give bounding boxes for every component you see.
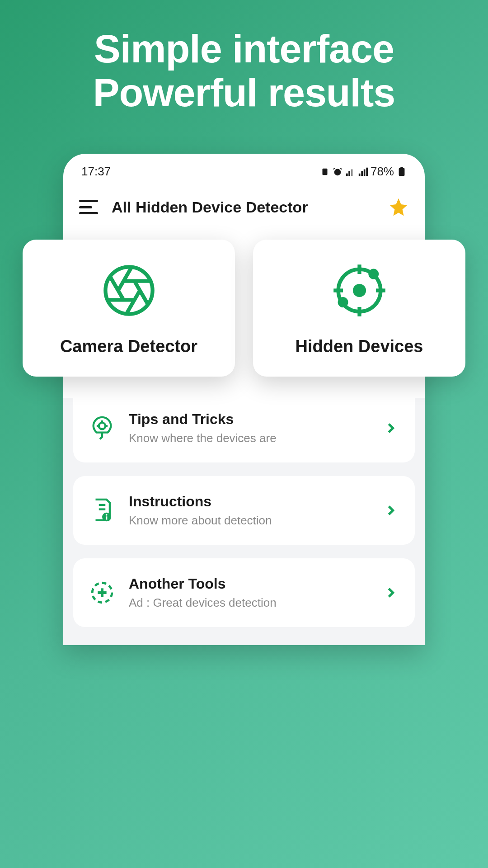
hidden-devices-card[interactable]: Hidden Devices: [253, 240, 465, 377]
app-header: All Hidden Device Detector: [63, 183, 425, 231]
list-text: Tips and Tricks Know where the devices a…: [129, 411, 369, 445]
svg-point-1: [334, 169, 341, 175]
hidden-devices-label: Hidden Devices: [296, 337, 423, 356]
status-bar: 17:37 78%: [63, 154, 425, 183]
plus-circle-icon: [89, 580, 115, 606]
svg-rect-3: [400, 167, 403, 168]
bulb-icon: [89, 415, 115, 441]
tools-title: Another Tools: [129, 576, 369, 592]
tips-title: Tips and Tricks: [129, 411, 369, 428]
svg-rect-21: [106, 516, 107, 519]
battery-percent: 78%: [371, 165, 394, 179]
instructions-title: Instructions: [129, 493, 369, 510]
signal-icon-1: [345, 167, 355, 177]
svg-rect-0: [322, 168, 327, 175]
hero-title: Simple interface Powerful results: [0, 27, 488, 115]
star-icon[interactable]: [388, 197, 409, 217]
status-time: 17:37: [81, 165, 111, 179]
svg-point-6: [355, 286, 364, 295]
phone-frame: 17:37 78% All Hidden Device Detector Cam…: [63, 154, 425, 645]
battery-icon: [397, 167, 407, 177]
list-text: Another Tools Ad : Great devices detecti…: [129, 576, 369, 610]
camera-detector-card[interactable]: Camera Detector: [23, 240, 235, 377]
radar-icon: [331, 262, 388, 319]
chevron-right-icon: [383, 502, 399, 519]
alarm-icon: [333, 167, 343, 177]
svg-point-12: [338, 297, 348, 307]
chevron-right-icon: [383, 585, 399, 601]
camera-detector-label: Camera Detector: [60, 337, 197, 356]
chevron-right-icon: [383, 420, 399, 436]
signal-icon-2: [358, 167, 368, 177]
svg-point-11: [368, 269, 379, 279]
instructions-subtitle: Know more about detection: [129, 514, 369, 528]
main-cards-row: Camera Detector Hidden Devices: [23, 240, 465, 377]
tools-subtitle: Ad : Great devices detection: [129, 596, 369, 610]
document-icon: [89, 497, 115, 524]
svg-point-20: [106, 514, 108, 516]
svg-rect-2: [399, 168, 405, 175]
list-text: Instructions Know more about detection: [129, 493, 369, 528]
content-list: Tips and Tricks Know where the devices a…: [63, 398, 425, 645]
another-tools-item[interactable]: Another Tools Ad : Great devices detecti…: [73, 558, 415, 627]
instructions-item[interactable]: Instructions Know more about detection: [73, 476, 415, 545]
menu-button[interactable]: [79, 200, 98, 214]
tips-tricks-item[interactable]: Tips and Tricks Know where the devices a…: [73, 398, 415, 462]
hero-line-1: Simple interface: [0, 27, 488, 71]
tips-subtitle: Know where the devices are: [129, 431, 369, 445]
hero-line-2: Powerful results: [0, 71, 488, 115]
aperture-icon: [101, 262, 157, 319]
status-right: 78%: [320, 165, 407, 179]
app-title: All Hidden Device Detector: [112, 198, 375, 216]
menu-icon: [79, 200, 98, 202]
svg-point-13: [99, 423, 106, 429]
notification-icon: [320, 167, 330, 177]
